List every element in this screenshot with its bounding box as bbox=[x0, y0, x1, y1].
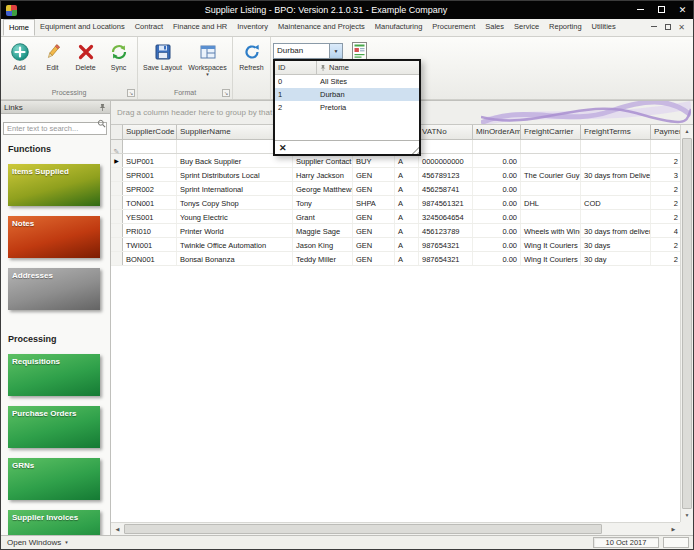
cell: A bbox=[395, 196, 419, 209]
filter-cell[interactable] bbox=[473, 140, 521, 153]
dialog-launcher-icon[interactable]: ↘ bbox=[222, 89, 230, 97]
sites-report-icon[interactable] bbox=[351, 41, 369, 61]
column-header-minorderamt[interactable]: MinOrderAmt bbox=[473, 125, 521, 139]
site-column-name[interactable]: Name bbox=[317, 61, 419, 74]
table-row[interactable]: BON001Bonsai BonanzaTeddy MillerGENA9876… bbox=[111, 252, 680, 266]
sidebar-item-grns[interactable]: GRNs bbox=[8, 458, 100, 500]
table-row[interactable]: SPR001Sprint Distributors LocalHarry Jac… bbox=[111, 168, 680, 182]
table-row[interactable]: YES001Young ElectricGrantGENA32450646540… bbox=[111, 210, 680, 224]
minimize-button[interactable] bbox=[630, 1, 651, 19]
combo-dropdown-icon[interactable]: ▼ bbox=[329, 44, 342, 58]
minimize-icon bbox=[637, 9, 644, 10]
close-button[interactable]: ✕ bbox=[672, 1, 693, 19]
scroll-right-icon[interactable]: ▶ bbox=[667, 523, 680, 535]
sidebar-item-purchase-orders[interactable]: Purchase Orders bbox=[8, 406, 100, 448]
edit-button[interactable]: Edit bbox=[36, 40, 69, 72]
horizontal-scrollbar[interactable]: ◀ ▶ bbox=[111, 522, 680, 535]
site-column-id[interactable]: ID bbox=[275, 61, 317, 74]
search-input[interactable] bbox=[3, 122, 107, 135]
table-row[interactable]: TWI001Twinkle Office AutomationJason Kin… bbox=[111, 238, 680, 252]
cell: COD bbox=[581, 196, 651, 209]
tab-service[interactable]: Service bbox=[509, 19, 544, 36]
save-layout-icon bbox=[152, 41, 174, 63]
refresh-button[interactable]: Refresh bbox=[235, 40, 268, 72]
cell: Sprint International bbox=[177, 182, 293, 195]
column-header-suppliercode[interactable]: SupplierCode bbox=[123, 125, 177, 139]
resize-grip[interactable] bbox=[408, 143, 419, 154]
status-bar: Open Windows ▼ 10 Oct 2017 bbox=[1, 535, 693, 549]
dialog-launcher-icon[interactable]: ↘ bbox=[127, 89, 135, 97]
mdi-close-button[interactable]: ✕ bbox=[677, 20, 686, 36]
table-row[interactable]: ▶SUP001Buy Back SupplierSupplier Contact… bbox=[111, 154, 680, 168]
tab-equipment-and-locations[interactable]: Equipment and Locations bbox=[35, 19, 130, 36]
cell: SPR002 bbox=[123, 182, 177, 195]
site-option-durban[interactable]: 1Durban bbox=[275, 88, 419, 101]
vertical-scrollbar-thumb[interactable] bbox=[682, 138, 692, 509]
cell: 30 days bbox=[581, 238, 651, 251]
tab-manufacturing[interactable]: Manufacturing bbox=[370, 19, 428, 36]
column-header-vatno[interactable]: VATNo bbox=[419, 125, 473, 139]
table-row[interactable]: TON001Tonys Copy ShopTonySHPAA9874561321… bbox=[111, 196, 680, 210]
cell bbox=[521, 154, 581, 167]
tab-utilities[interactable]: Utilities bbox=[587, 19, 621, 36]
delete-button[interactable]: Delete bbox=[69, 40, 102, 72]
tab-sales[interactable]: Sales bbox=[480, 19, 509, 36]
filter-cell[interactable] bbox=[123, 140, 177, 153]
cell: Sprint Distributors Local bbox=[177, 168, 293, 181]
sidebar-item-supplier-invoices[interactable]: Supplier Invoices bbox=[8, 510, 100, 535]
cell: Harry Jackson bbox=[293, 168, 353, 181]
clear-filter-button[interactable]: ✕ bbox=[279, 143, 287, 153]
tab-maintenance-and-projects[interactable]: Maintenance and Projects bbox=[273, 19, 370, 36]
tab-procurement[interactable]: Procurement bbox=[427, 19, 480, 36]
scroll-up-icon[interactable]: ▲ bbox=[681, 125, 693, 138]
sync-button[interactable]: Sync bbox=[102, 40, 135, 72]
open-windows-button[interactable]: Open Windows ▼ bbox=[7, 538, 69, 547]
table-row[interactable]: SPR002Sprint InternationalGeorge Matthew… bbox=[111, 182, 680, 196]
site-option-pretoria[interactable]: 2Pretoria bbox=[275, 101, 419, 114]
mdi-restore-button[interactable] bbox=[663, 20, 672, 36]
tab-inventory[interactable]: Inventory bbox=[232, 19, 273, 36]
sidebar-item-items-supplied[interactable]: Items Supplied bbox=[8, 164, 100, 206]
pin-icon[interactable] bbox=[98, 103, 107, 112]
site-option-all-sites[interactable]: 0All Sites bbox=[275, 75, 419, 88]
scroll-left-icon[interactable]: ◀ bbox=[111, 523, 124, 535]
column-header-freightcarrier[interactable]: FreightCarrier bbox=[521, 125, 581, 139]
save-layout-label: Save Layout bbox=[143, 64, 182, 72]
sidebar-item-notes[interactable]: Notes bbox=[8, 216, 100, 258]
cell: TWI001 bbox=[123, 238, 177, 251]
site-dropdown-footer: ✕ bbox=[275, 140, 419, 154]
tab-contract[interactable]: Contract bbox=[130, 19, 168, 36]
filter-cell[interactable] bbox=[521, 140, 581, 153]
workspaces-button[interactable]: Workspaces ▼ bbox=[185, 40, 230, 77]
table-row[interactable]: PRI010Printer WorldMaggie SageGENA456123… bbox=[111, 224, 680, 238]
mdi-minimize-button[interactable] bbox=[649, 20, 658, 36]
chevron-down-icon: ▼ bbox=[64, 540, 68, 545]
column-header-paymen[interactable]: Paymen bbox=[651, 125, 680, 139]
horizontal-scrollbar-thumb[interactable] bbox=[124, 524, 602, 534]
maximize-button[interactable] bbox=[651, 1, 672, 19]
sidebar-item-requisitions[interactable]: Requisitions bbox=[8, 354, 100, 396]
delete-button-label: Delete bbox=[75, 64, 95, 72]
scroll-down-icon[interactable]: ▼ bbox=[681, 509, 693, 522]
horizontal-scrollbar-track[interactable] bbox=[602, 523, 667, 535]
site-option-id: 2 bbox=[275, 101, 317, 114]
tab-reporting[interactable]: Reporting bbox=[544, 19, 587, 36]
cell: 456789123 bbox=[419, 168, 473, 181]
ribbon-group-processing: Add Edit Delete bbox=[1, 37, 138, 99]
cell: 0.00 bbox=[473, 168, 521, 181]
app-icon bbox=[6, 5, 17, 16]
column-header-freightterms[interactable]: FreightTerms bbox=[581, 125, 651, 139]
vertical-scrollbar[interactable]: ▲ ▼ bbox=[680, 125, 693, 522]
links-panel-header[interactable]: Links bbox=[1, 101, 110, 114]
tab-finance-and-hr[interactable]: Finance and HR bbox=[168, 19, 232, 36]
tab-home[interactable]: Home bbox=[3, 19, 35, 36]
filter-cell[interactable] bbox=[419, 140, 473, 153]
sidebar-item-addresses[interactable]: Addresses bbox=[8, 268, 100, 310]
site-selector[interactable]: Durban ▼ bbox=[273, 43, 343, 59]
decorative-wave-graphic bbox=[481, 101, 691, 125]
filter-cell[interactable] bbox=[581, 140, 651, 153]
add-button[interactable]: Add bbox=[3, 40, 36, 72]
workspaces-icon bbox=[197, 41, 219, 63]
filter-cell[interactable] bbox=[651, 140, 682, 153]
save-layout-button[interactable]: Save Layout bbox=[140, 40, 185, 72]
